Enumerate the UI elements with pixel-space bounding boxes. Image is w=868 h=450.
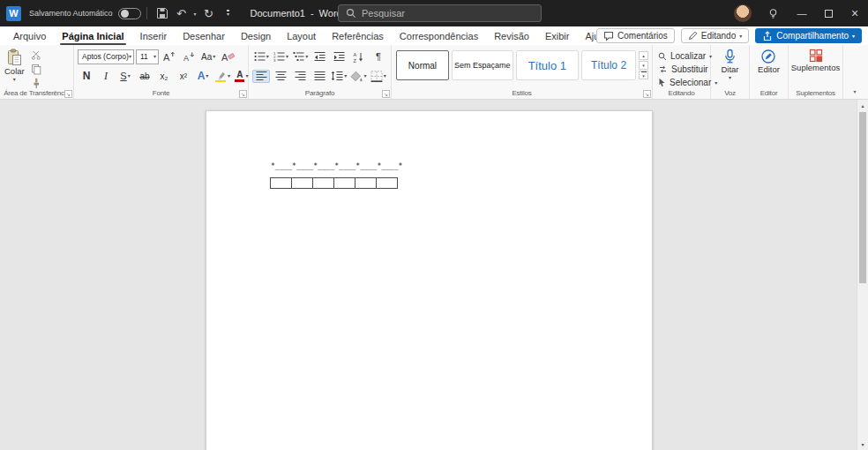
- subscript-button[interactable]: x₂: [155, 70, 173, 83]
- align-center-button[interactable]: [272, 70, 289, 83]
- minimize-button[interactable]: —: [789, 0, 815, 26]
- styles-group-label: Estilos: [393, 89, 650, 97]
- font-color-button[interactable]: A▾: [233, 70, 251, 83]
- font-family-select[interactable]: Aptos (Corpo)▾: [78, 49, 134, 64]
- find-label: Localizar: [670, 51, 706, 61]
- ribbon: Colar ▾ Área de Transferência ↘ Aptos (C…: [0, 45, 868, 100]
- doc-table-cell[interactable]: [334, 178, 355, 189]
- italic-label: I: [104, 70, 108, 83]
- word-logo[interactable]: W: [6, 6, 21, 21]
- superscript-button[interactable]: x²: [175, 70, 192, 83]
- select-button[interactable]: Selecionar▾: [658, 77, 707, 88]
- close-button[interactable]: ×: [842, 0, 868, 26]
- font-size-select[interactable]: 11▾: [136, 49, 159, 64]
- styles-gallery-down-button[interactable]: ▾: [639, 61, 648, 70]
- italic-button[interactable]: I: [97, 70, 115, 83]
- clipboard-group: Colar ▾ Área de Transferência ↘: [0, 45, 74, 99]
- paragraph-dialog-launcher[interactable]: ↘: [382, 90, 390, 98]
- change-case-label: Aa: [201, 52, 212, 62]
- highlight-button[interactable]: ▾: [213, 70, 231, 83]
- styles-gallery-more-button[interactable]: ▾: [639, 71, 648, 79]
- tab-arquivo[interactable]: Arquivo: [5, 26, 54, 45]
- editor-button[interactable]: Editor: [755, 47, 782, 86]
- style-sem-espacamento[interactable]: Sem Espaçame: [452, 50, 513, 80]
- tab-correspondencias[interactable]: Correspondências: [392, 26, 486, 45]
- autosave-toggle[interactable]: [118, 8, 141, 19]
- scroll-down-button[interactable]: ▾: [857, 439, 868, 450]
- find-button[interactable]: Localizar▾: [658, 50, 707, 62]
- shrink-font-button[interactable]: A: [180, 50, 198, 64]
- undo-dropdown-button[interactable]: ▾: [191, 2, 199, 25]
- bullets-button[interactable]: ▾: [252, 50, 270, 64]
- strikethrough-button[interactable]: ab: [136, 70, 153, 83]
- tab-referencias[interactable]: Referências: [324, 26, 392, 45]
- document-page[interactable]: *____*____*____*____*____*____*: [206, 110, 653, 450]
- decrease-indent-button[interactable]: [311, 50, 329, 64]
- sort-button[interactable]: AZ: [350, 50, 368, 64]
- editing-mode-button[interactable]: Editando ▾: [681, 28, 750, 43]
- redo-button[interactable]: ↻: [199, 2, 219, 25]
- addins-button[interactable]: Suplementos: [789, 47, 842, 86]
- doc-table-cell[interactable]: [377, 178, 398, 189]
- tab-design[interactable]: Design: [233, 26, 279, 45]
- borders-button[interactable]: ▾: [370, 70, 387, 83]
- dictate-button[interactable]: Ditar ▾: [718, 47, 741, 86]
- bold-button[interactable]: N: [78, 70, 95, 83]
- format-painter-button[interactable]: [27, 77, 45, 90]
- font-dialog-launcher[interactable]: ↘: [239, 90, 247, 98]
- tab-revisao[interactable]: Revisão: [486, 26, 537, 45]
- cut-button[interactable]: [27, 49, 45, 62]
- lightbulb-button[interactable]: [764, 2, 782, 25]
- change-case-button[interactable]: Aa▾: [199, 50, 217, 64]
- styles-gallery-up-button[interactable]: ▴: [639, 51, 648, 60]
- comments-button[interactable]: Comentários: [596, 28, 675, 43]
- avatar[interactable]: [734, 4, 752, 22]
- line-spacing-button[interactable]: ▾: [330, 70, 348, 83]
- search-box[interactable]: [338, 4, 542, 22]
- doc-table-cell[interactable]: [355, 178, 377, 189]
- doc-table-cell[interactable]: [292, 178, 313, 189]
- shading-button[interactable]: ▾: [349, 70, 367, 83]
- tab-pagina-inicial[interactable]: Página Inicial: [54, 26, 131, 45]
- tab-desenhar[interactable]: Desenhar: [175, 26, 233, 45]
- justify-button[interactable]: [311, 70, 328, 83]
- underline-button[interactable]: S▾: [116, 70, 134, 83]
- styles-dialog-launcher[interactable]: ↘: [643, 90, 651, 98]
- paste-button[interactable]: Colar ▾: [2, 47, 27, 90]
- doc-table-cell[interactable]: [271, 178, 292, 189]
- doc-table-cell[interactable]: [313, 178, 334, 189]
- copy-button[interactable]: [27, 63, 45, 76]
- scroll-up-button[interactable]: ▴: [857, 100, 868, 111]
- tab-inserir[interactable]: Inserir: [132, 26, 176, 45]
- align-right-button[interactable]: [291, 70, 309, 83]
- customize-quick-access-toolbar-button[interactable]: ▾: [219, 2, 238, 25]
- editor-group-label: Editor: [752, 89, 786, 97]
- collapse-ribbon-button[interactable]: ▾: [849, 86, 861, 96]
- scrollbar-thumb[interactable]: [859, 112, 866, 283]
- vertical-scrollbar[interactable]: ▴ ▾: [857, 100, 868, 450]
- maximize-button[interactable]: [815, 0, 842, 26]
- numbering-button[interactable]: 123▾: [272, 50, 289, 64]
- search-input[interactable]: [362, 8, 534, 19]
- share-button[interactable]: Compartilhamento ▾: [755, 28, 862, 43]
- document-table[interactable]: [270, 177, 398, 189]
- increase-indent-button[interactable]: [331, 50, 348, 64]
- multilevel-list-button[interactable]: ▾: [292, 50, 310, 64]
- align-left-button[interactable]: [252, 70, 270, 83]
- clipboard-dialog-launcher[interactable]: ↘: [64, 90, 72, 98]
- grow-font-button[interactable]: A: [161, 50, 178, 64]
- style-titulo-1[interactable]: Título 1: [516, 50, 580, 80]
- tab-exibir[interactable]: Exibir: [537, 26, 578, 45]
- tab-layout[interactable]: Layout: [279, 26, 324, 45]
- text-effects-button[interactable]: A▾: [194, 70, 212, 83]
- document-text-line: *____*____*____*____*____*____*: [271, 162, 402, 170]
- save-button[interactable]: [153, 2, 172, 25]
- clear-formatting-button[interactable]: A: [219, 50, 236, 64]
- style-normal[interactable]: Normal: [396, 50, 449, 80]
- font-group-label: Fonte: [76, 89, 246, 97]
- style-titulo-2[interactable]: Título 2: [581, 50, 636, 80]
- select-label: Selecionar: [670, 78, 711, 87]
- show-marks-button[interactable]: ¶: [370, 50, 387, 64]
- undo-button[interactable]: ↶: [172, 2, 191, 25]
- replace-button[interactable]: Substituir: [658, 64, 707, 75]
